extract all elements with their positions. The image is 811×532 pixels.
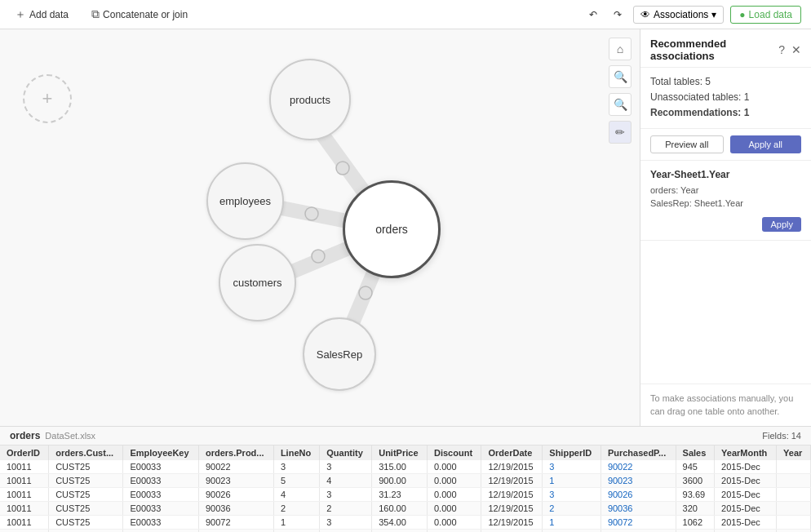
table-body: 10011CUST25E000339002233315.000.00012/19… <box>0 460 811 532</box>
total-tables-stat: Total tables: 5 <box>650 74 801 90</box>
add-data-button[interactable]: ＋ Add data <box>10 4 73 25</box>
table-cell[interactable]: 90036 <box>600 502 676 516</box>
table-cell: 0.000 <box>427 488 481 502</box>
table-cell: 600.00 <box>372 530 428 533</box>
table-cell: E00033 <box>123 474 199 488</box>
table-row: 10011CUST25E000339002354900.000.00012/19… <box>0 474 811 488</box>
table-cell: 10011 <box>0 474 49 488</box>
pencil-icon-btn[interactable]: ✏ <box>609 121 632 144</box>
svg-point-5 <box>305 207 318 220</box>
table-cell[interactable]: 90023 <box>600 474 676 488</box>
preview-all-button[interactable]: Preview all <box>650 135 724 153</box>
column-header: Year <box>777 446 811 460</box>
table-cell <box>777 474 811 488</box>
table-row: 10011CUST25E000339002233315.000.00012/19… <box>0 460 811 474</box>
table-cell: 960 <box>676 530 714 533</box>
table-cell: 10012 <box>0 530 49 533</box>
table-cell[interactable]: 1 <box>543 474 601 488</box>
table-cell: CUST25 <box>49 502 123 516</box>
side-panel: Recommended associations ? ✕ Total table… <box>640 29 811 426</box>
zoom-in-icon-btn[interactable]: 🔍 <box>609 65 632 88</box>
table-cell[interactable]: 90072 <box>600 516 676 530</box>
load-data-button[interactable]: ● Load data <box>730 6 801 24</box>
recommendations-stat: Recommendations: 1 <box>650 105 801 121</box>
table-cell: CUST25 <box>49 488 123 502</box>
table-container[interactable]: OrderIDorders.Cust...EmployeeKeyorders.P… <box>0 446 811 532</box>
table-cell[interactable]: 2 <box>543 530 601 533</box>
column-header: LineNo <box>273 446 319 460</box>
table-cell[interactable]: 90022 <box>600 460 676 474</box>
table-cell: 2015-Dec <box>715 502 777 516</box>
close-panel-icon[interactable]: ✕ <box>791 43 801 56</box>
associations-button[interactable]: 👁 Associations ▾ <box>633 6 724 24</box>
fields-count-label: Fields: 14 <box>762 431 801 441</box>
table-header-row: OrderIDorders.Cust...EmployeeKeyorders.P… <box>0 446 811 460</box>
undo-button[interactable]: ↶ <box>584 6 602 24</box>
table-cell: 12/19/2015 <box>481 502 543 516</box>
concatenate-button[interactable]: ⧉ Concatenate or join <box>86 4 193 24</box>
table-cell: 354.00 <box>372 516 428 530</box>
table-cell: 90005 <box>198 530 273 533</box>
table-cell: 2015-Dec <box>715 516 777 530</box>
zoom-out-icon-btn[interactable]: 🔍 <box>609 93 632 116</box>
table-cell[interactable]: 2 <box>543 502 601 516</box>
column-header: orders.Prod... <box>198 446 273 460</box>
svg-point-7 <box>359 286 372 299</box>
panel-header-icons: ? ✕ <box>778 43 801 56</box>
table-cell: 1 <box>273 516 319 530</box>
canvas-icon-bar: ⌂ 🔍 🔍 ✏ <box>609 38 632 144</box>
column-header: OrderID <box>0 446 49 460</box>
table-cell: 90036 <box>198 502 273 516</box>
add-node-button[interactable]: + <box>23 74 72 123</box>
node-employees[interactable]: employees <box>206 162 284 240</box>
node-customers[interactable]: customers <box>219 244 296 321</box>
table-cell: 12/19/2015 <box>481 460 543 474</box>
plus-icon: ＋ <box>15 7 26 22</box>
table-cell: 3 <box>273 530 319 533</box>
table-cell[interactable]: 3 <box>543 460 601 474</box>
home-icon-btn[interactable]: ⌂ <box>609 38 632 60</box>
table-cell: 0.000 <box>427 460 481 474</box>
table-cell[interactable]: 1 <box>543 516 601 530</box>
panel-footer: To make associations manually, you can d… <box>640 383 811 426</box>
table-cell: 2016-Jan <box>715 530 777 533</box>
table-cell: 315.00 <box>372 460 428 474</box>
panel-stats: Total tables: 5 Unassociated tables: 1 R… <box>640 68 811 129</box>
table-cell: 0.000 <box>427 516 481 530</box>
table-cell[interactable]: 90005 <box>600 530 676 533</box>
table-cell: 10011 <box>0 488 49 502</box>
redo-button[interactable]: ↷ <box>609 6 627 24</box>
canvas[interactable]: + products employees orders customers Sa… <box>0 29 640 426</box>
table-cell: 900.00 <box>372 474 428 488</box>
panel-header: Recommended associations ? ✕ <box>640 29 811 68</box>
apply-recommendation-button[interactable]: Apply <box>762 217 801 232</box>
node-orders[interactable]: orders <box>343 180 441 278</box>
apply-all-button[interactable]: Apply all <box>730 135 802 153</box>
rec-detail2: SalesRep: Sheet1.Year <box>650 197 801 211</box>
table-cell: 3 <box>320 488 372 502</box>
table-cell[interactable]: 90026 <box>600 488 676 502</box>
node-salesrep[interactable]: SalesRep <box>303 317 376 391</box>
table-cell: 31.23 <box>372 488 428 502</box>
panel-title: Recommended associations <box>650 38 778 62</box>
table-cell: 2 <box>320 502 372 516</box>
bottom-area: orders DataSet.xlsx Fields: 14 OrderIDor… <box>0 426 811 532</box>
table-cell: 10011 <box>0 502 49 516</box>
column-header: OrderDate <box>481 446 543 460</box>
table-cell: 2015-Dec <box>715 460 777 474</box>
table-cell: 4 <box>273 488 319 502</box>
table-cell: 90022 <box>198 460 273 474</box>
table-cell: 160.00 <box>372 502 428 516</box>
main-area: + products employees orders customers Sa… <box>0 29 811 426</box>
column-header: Quantity <box>320 446 372 460</box>
table-cell: 10011 <box>0 460 49 474</box>
table-cell <box>777 460 811 474</box>
table-cell: 0.000 <box>427 474 481 488</box>
table-cell[interactable]: 3 <box>543 488 601 502</box>
merge-icon: ⧉ <box>91 7 100 21</box>
node-products[interactable]: products <box>269 59 351 140</box>
table-cell: 90023 <box>198 474 273 488</box>
help-icon[interactable]: ? <box>778 43 785 56</box>
table-cell: E00033 <box>123 488 199 502</box>
table-cell: 90026 <box>198 488 273 502</box>
